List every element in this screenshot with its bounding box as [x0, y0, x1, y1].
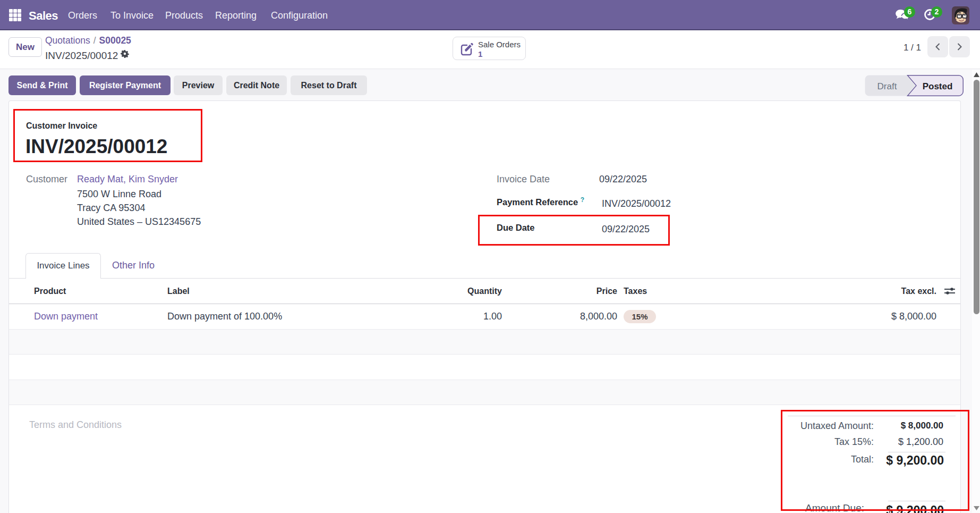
svg-text:Draft: Draft	[877, 81, 897, 91]
svg-text:Posted: Posted	[923, 81, 953, 91]
